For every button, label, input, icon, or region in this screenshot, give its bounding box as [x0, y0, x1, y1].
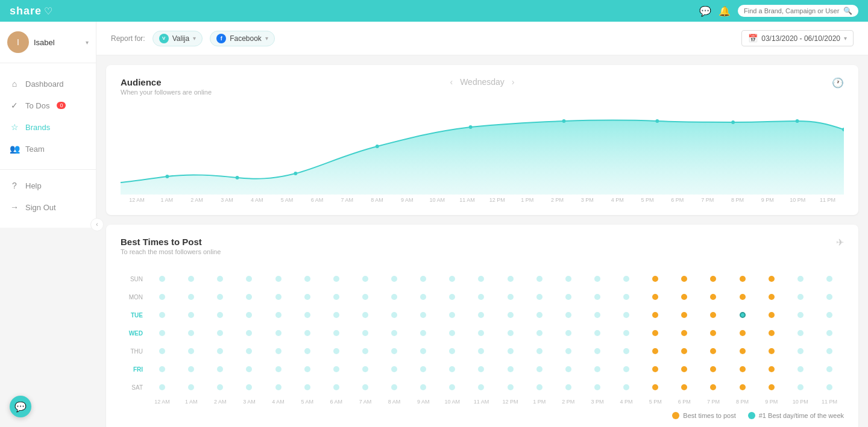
heatmap-dot [508, 330, 514, 336]
heatmap-cell [438, 306, 467, 324]
heatmap-cell [467, 288, 495, 306]
audience-chart-svg [121, 110, 844, 195]
audience-settings-icon[interactable]: 🕐 [832, 77, 844, 89]
heatmap-dot [826, 366, 832, 372]
heatmap-cell [293, 270, 322, 288]
heatmap-time-label: 7 PM [699, 399, 728, 405]
search-input[interactable] [744, 7, 840, 14]
heatmap-dot [681, 348, 687, 354]
time-label: 1 PM [512, 197, 542, 203]
sidebar-item-label: To Dos [25, 101, 49, 110]
heatmap-dot [362, 294, 368, 300]
heatmap-cell [234, 360, 263, 378]
heatmap-cell [206, 342, 234, 360]
heatmap-dot [594, 330, 600, 336]
logo-text: share [10, 5, 42, 17]
time-label: 9 PM [752, 197, 782, 203]
heatmap-cell [641, 324, 670, 342]
search-box[interactable]: 🔍 [738, 5, 858, 17]
heatmap-day-label: FRI [121, 360, 148, 378]
brand-filter-icon: V [159, 34, 169, 43]
sidebar-item-dashboard[interactable]: ⌂ Dashboard [0, 73, 96, 95]
sidebar-item-help[interactable]: ? Help [0, 175, 96, 196]
heatmap-dot [623, 312, 629, 318]
next-day-button[interactable]: › [512, 77, 515, 87]
heatmap-dot [420, 276, 426, 282]
heatmap-cell [641, 360, 670, 378]
time-label: 8 PM [723, 197, 753, 203]
heatmap-day-label: THU [121, 342, 148, 360]
heatmap-dot [362, 384, 368, 390]
brand-filter-label: Valija [172, 34, 189, 43]
heatmap-cell [177, 360, 206, 378]
heatmap-cell [177, 378, 206, 396]
heatmap-dot [478, 294, 484, 300]
heatmap-day-label: SAT [121, 378, 148, 396]
sidebar-collapse-button[interactable]: ‹ [90, 218, 104, 231]
heatmap-dot [362, 348, 368, 354]
heatmap-cell [409, 288, 438, 306]
time-label: 8 AM [362, 197, 392, 203]
heatmap-dot [652, 384, 658, 390]
signout-icon: → [10, 202, 19, 212]
heatmap-dot [391, 366, 397, 372]
heatmap-dot [420, 312, 426, 318]
heatmap-time-label: 3 PM [583, 399, 612, 405]
chat-bubble-button[interactable]: 💬 [10, 396, 31, 417]
sidebar-item-label: Team [25, 145, 45, 154]
heatmap-dot [420, 348, 426, 354]
heatmap-dot [420, 366, 426, 372]
heatmap-cell [234, 270, 263, 288]
sidebar-nav: ⌂ Dashboard ✓ To Dos 0 ☆ Brands 👥 Team [0, 63, 96, 169]
time-label: 5 PM [632, 197, 662, 203]
notification-icon[interactable]: 🔔 [719, 5, 731, 17]
sidebar-item-todos[interactable]: ✓ To Dos 0 [0, 95, 96, 116]
audience-card-titles: Audience When your followers are online [121, 77, 212, 105]
heatmap-cell [322, 360, 351, 378]
heatmap-cell [583, 324, 612, 342]
sidebar-item-team[interactable]: 👥 Team [0, 138, 96, 160]
heatmap-cell [264, 360, 293, 378]
date-range-picker[interactable]: 📅 03/13/2020 - 06/10/2020 ▾ [741, 30, 854, 46]
sidebar-item-signout[interactable]: → Sign Out [0, 196, 96, 218]
sidebar-item-brands[interactable]: ☆ Brands [0, 116, 96, 138]
prev-day-button[interactable]: ‹ [450, 77, 453, 87]
chat-icon[interactable]: 💬 [699, 5, 711, 17]
heatmap-cell [525, 378, 554, 396]
heatmap-time-label: 11 PM [815, 399, 844, 405]
time-label: 12 PM [482, 197, 512, 203]
heatmap-dot [275, 384, 281, 390]
heatmap-dot [159, 384, 165, 390]
heatmap-dot [826, 294, 832, 300]
platform-filter[interactable]: f Facebook ▾ [210, 31, 275, 46]
chat-bubble-icon: 💬 [14, 401, 27, 413]
heatmap-time-label: 12 PM [496, 399, 525, 405]
heatmap-dot [188, 348, 194, 354]
heatmap-dot [449, 348, 455, 354]
heatmap-cell [293, 360, 322, 378]
heatmap-cell [206, 288, 234, 306]
heatmap-cell [322, 288, 351, 306]
chart-dot [236, 176, 239, 179]
heatmap-dot [594, 312, 600, 318]
heatmap-dot [246, 330, 252, 336]
heatmap-cell [264, 270, 293, 288]
heatmap-dot [594, 366, 600, 372]
heatmap-time-label: 10 AM [438, 399, 467, 405]
heatmap-cell [583, 288, 612, 306]
brand-filter[interactable]: V Valija ▾ [153, 31, 203, 46]
heatmap-cell [699, 324, 728, 342]
sidebar-user[interactable]: I Isabel ▾ [0, 22, 96, 63]
best-times-card: Best Times to Post To reach the most fol… [106, 225, 858, 427]
heatmap-dot [159, 312, 165, 318]
heatmap-cell [815, 324, 844, 342]
heatmap-dot [275, 366, 281, 372]
heatmap-dot [769, 312, 775, 318]
best-times-share-icon[interactable]: ✈ [836, 237, 844, 248]
heatmap-dot [710, 294, 716, 300]
heatmap-dot [275, 276, 281, 282]
star-icon: ☆ [10, 122, 19, 132]
heatmap-dot [217, 366, 223, 372]
heatmap-time-label: 1 PM [525, 399, 554, 405]
heatmap-time-label: 4 AM [264, 399, 293, 405]
